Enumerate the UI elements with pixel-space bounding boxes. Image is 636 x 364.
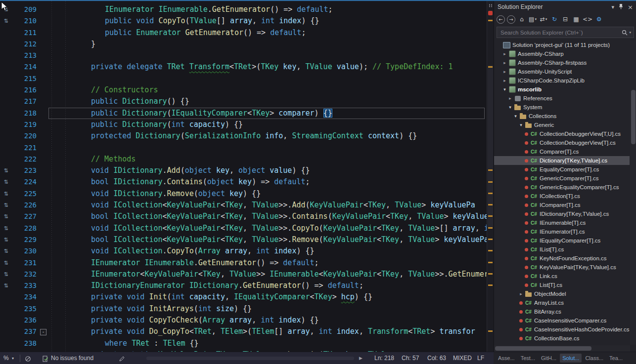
implements-glyph-icon[interactable]: ⇅ xyxy=(0,257,12,269)
code-line[interactable]: 239private static KeyValuePair<TKey, TVa… xyxy=(0,349,487,352)
code-line[interactable]: ⇅224bool IDictionary.Contains(object key… xyxy=(0,176,487,188)
wrench-icon[interactable]: ⚙ xyxy=(594,15,603,24)
tree-item[interactable]: ▾mscorlib xyxy=(494,85,630,94)
code-line[interactable]: 215 xyxy=(0,73,487,84)
switch-views-icon[interactable]: ▤▾ xyxy=(528,15,537,24)
line-number[interactable]: 216 xyxy=(12,84,38,96)
tree-item[interactable]: C#IDictionary[TKey,TValue].cs xyxy=(494,209,630,218)
expander-icon[interactable]: ▾ xyxy=(503,87,506,92)
tool-window-tab[interactable]: Asse... xyxy=(496,354,517,363)
chevron-right-icon[interactable]: ▸ xyxy=(507,96,513,101)
chevron-right-icon[interactable]: ▸ xyxy=(518,291,524,296)
implements-glyph-icon[interactable]: ⇅ xyxy=(0,223,12,234)
fold-collapse-icon[interactable]: - xyxy=(40,329,46,335)
search-icon[interactable] xyxy=(622,30,628,36)
tree-item[interactable]: C#ICollection[T].cs xyxy=(494,192,630,201)
implements-glyph-icon[interactable]: ⇅ xyxy=(0,165,12,176)
search-options-caret-icon[interactable]: ▾ xyxy=(629,31,631,35)
code-line[interactable]: ⇅232IEnumerator<KeyValuePair<TKey, TValu… xyxy=(0,269,487,280)
expander-icon[interactable]: ▸ xyxy=(503,69,506,74)
code-text[interactable]: } xyxy=(49,39,487,50)
line-number[interactable]: 220 xyxy=(12,130,38,142)
tree-item[interactable]: C#GenericEqualityComparer[T].cs xyxy=(494,183,630,192)
expander-icon[interactable]: ▸ xyxy=(503,60,506,65)
code-text[interactable]: bool ICollection<KeyValuePair<TKey, TVal… xyxy=(49,211,487,222)
fold-margin[interactable]: - xyxy=(38,326,49,337)
tree-item[interactable]: C#List[T].cs xyxy=(494,281,630,289)
line-number[interactable]: 222 xyxy=(12,154,38,165)
code-line[interactable]: ⇅230void ICollection.CopyTo(Array array,… xyxy=(0,245,487,257)
code-text[interactable]: bool ICollection<KeyValuePair<TKey, TVal… xyxy=(49,234,487,245)
tool-window-tab[interactable]: Solut... xyxy=(560,354,582,363)
code-text[interactable] xyxy=(49,142,487,154)
code-text[interactable]: public Dictionary() {} xyxy=(49,96,487,107)
pending-changes-filter-icon[interactable]: ⇄▾ xyxy=(539,15,548,24)
line-number[interactable]: 221 xyxy=(12,142,38,154)
line-number[interactable]: 236 xyxy=(12,315,38,326)
code-text[interactable]: private delegate TRet Transform<TRet>(TK… xyxy=(49,61,487,73)
expander-icon[interactable]: ▸ xyxy=(503,78,506,83)
line-number[interactable]: 223 xyxy=(12,165,38,176)
implements-glyph-icon[interactable]: ⇅ xyxy=(0,176,12,188)
tree-item[interactable]: C#CaseInsensitiveComparer.cs xyxy=(494,316,630,325)
panel-horizontal-scrollbar[interactable] xyxy=(494,345,630,352)
implements-glyph-icon[interactable]: ⇅ xyxy=(0,245,12,257)
line-number[interactable]: 239 xyxy=(12,349,38,352)
tree-item[interactable]: C#CollectionDebuggerView[T].cs xyxy=(494,138,630,147)
tool-window-tab[interactable]: GitH... xyxy=(539,354,559,363)
code-line[interactable]: ⇅227bool ICollection<KeyValuePair<TKey, … xyxy=(0,211,487,222)
tree-item[interactable]: Solution 'project-gui' (11 of 11 project… xyxy=(494,40,630,49)
code-text[interactable]: private void Init(int capacity, IEqualit… xyxy=(49,291,487,303)
tool-window-tab[interactable]: Tea... xyxy=(607,354,625,363)
tree-item[interactable]: ▾Generic xyxy=(494,121,630,129)
line-number[interactable]: 232 xyxy=(12,269,38,280)
code-text[interactable]: IEnumerator IEnumerable.GetEnumerator() … xyxy=(49,257,487,269)
code-text[interactable] xyxy=(49,73,487,84)
close-icon[interactable]: × xyxy=(628,3,633,11)
code-text[interactable]: void IDictionary.Add(object key, object … xyxy=(49,165,487,176)
code-text[interactable]: private void CopyToCheck(Array array, in… xyxy=(49,315,487,326)
code-text[interactable]: IDictionaryEnumerator IDictionary.GetEnu… xyxy=(49,280,487,291)
line-number[interactable]: 210 xyxy=(12,15,38,27)
code-text[interactable]: private static KeyValuePair<TKey, TValue… xyxy=(49,349,487,352)
code-text[interactable]: public Enumerator GetEnumerator() => def… xyxy=(49,27,487,39)
chevron-right-icon[interactable]: ▸ xyxy=(501,60,508,65)
code-text[interactable]: public Dictionary(IEqualityComparer<TKey… xyxy=(49,108,487,119)
back-icon[interactable]: ← xyxy=(497,15,505,24)
code-line[interactable]: ⇅223void IDictionary.Add(object key, obj… xyxy=(0,165,487,176)
line-number[interactable]: 209 xyxy=(12,4,38,15)
line-number[interactable]: 231 xyxy=(12,257,38,269)
code-line[interactable]: 218public Dictionary(IEqualityComparer<T… xyxy=(0,108,487,119)
code-line[interactable]: 220protected Dictionary(SerializationInf… xyxy=(0,130,487,142)
code-line[interactable]: 222// Methods xyxy=(0,154,487,165)
code-line[interactable]: 236private void CopyToCheck(Array array,… xyxy=(0,315,487,326)
scroll-right-button[interactable]: ▶ xyxy=(359,352,363,364)
tree-item[interactable]: ▸Assembly-UnityScript xyxy=(494,67,630,76)
implements-glyph-icon[interactable]: ⇅ xyxy=(0,211,12,222)
tree-item[interactable]: ▸Assembly-CSharp xyxy=(494,49,630,58)
tree-item[interactable]: C#Dictionary[TKey,TValue].cs xyxy=(494,156,630,165)
tree-item[interactable]: C#CollectionBase.cs xyxy=(494,334,630,343)
line-ending-indicator[interactable]: LF xyxy=(477,352,484,364)
chevron-right-icon[interactable]: ▸ xyxy=(501,69,508,74)
tree-item[interactable]: ▸ICSharpCode.SharpZipLib xyxy=(494,76,630,85)
implements-glyph-icon[interactable]: ⇅ xyxy=(0,269,12,280)
tool-window-tab[interactable]: Test... xyxy=(518,354,538,363)
code-text[interactable]: // Constructors xyxy=(49,84,487,96)
tree-item[interactable]: ▾System xyxy=(494,103,630,112)
tree-item[interactable]: C#CollectionDebuggerView[T,U].cs xyxy=(494,129,630,138)
line-number[interactable]: 230 xyxy=(12,245,38,257)
code-text[interactable] xyxy=(49,50,487,61)
line-number[interactable]: 218 xyxy=(12,108,38,119)
tree-item[interactable]: C#CaseInsensitiveHashCodeProvider.cs xyxy=(494,325,630,334)
tree-item[interactable]: ▾Collections xyxy=(494,112,630,121)
line-number[interactable]: 224 xyxy=(12,176,38,188)
line-number[interactable]: 211 xyxy=(12,27,38,39)
tree-item[interactable]: ▸ObjectModel xyxy=(494,289,630,298)
code-line[interactable]: ⇅233IDictionaryEnumerator IDictionary.Ge… xyxy=(0,280,487,291)
code-text[interactable]: void ICollection.CopyTo(Array array, int… xyxy=(49,245,487,257)
forward-icon[interactable]: → xyxy=(507,15,515,24)
home-icon[interactable]: ⌂ xyxy=(517,15,526,24)
health-check-icon[interactable] xyxy=(43,355,48,364)
tree-item[interactable]: C#BitArray.cs xyxy=(494,307,630,316)
